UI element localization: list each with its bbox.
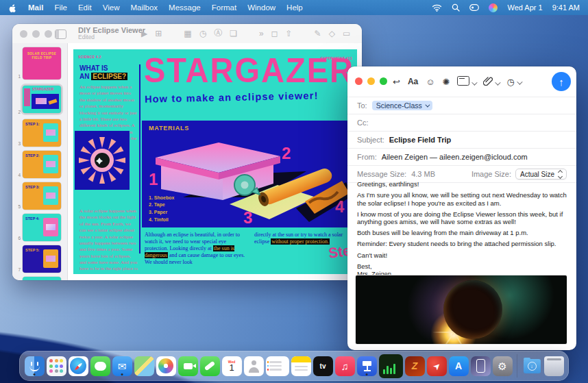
dock-iphone-mirroring-icon[interactable] xyxy=(471,356,491,376)
menu-item-view[interactable]: View xyxy=(103,3,120,12)
chevron-down-icon xyxy=(495,79,501,85)
dock-photos-icon[interactable] xyxy=(156,356,176,376)
to-field[interactable]: To: Science-Class xyxy=(347,97,576,114)
search-icon[interactable] xyxy=(452,3,460,12)
menu-item-edit[interactable]: Edit xyxy=(78,3,92,12)
menu-item-mailbox[interactable]: Mailbox xyxy=(130,3,158,12)
keynote-title-bar[interactable]: DIY Eclipse Viewer Edited ▶ ⊞ ▦ ◷ Ⓐ ❏ » … xyxy=(12,24,362,44)
shape-icon[interactable]: ❏ xyxy=(230,29,237,38)
dock-facetime-icon[interactable] xyxy=(178,356,198,376)
dock-finder-icon[interactable] xyxy=(25,356,45,376)
message-body[interactable]: Greetings, earthlings! As I'm sure you a… xyxy=(357,180,567,281)
menu-item-mail[interactable]: Mail xyxy=(28,3,43,12)
mail-compose-window[interactable]: ↩ Aa ☺ ✺ ◷ ↑ To: Science-Class Cc: Sub xyxy=(347,66,576,350)
eclipse-photo-attachment[interactable] xyxy=(356,275,567,344)
message-size-label: Message Size: xyxy=(357,170,406,178)
keynote-window[interactable]: DIY Eclipse Viewer Edited ▶ ⊞ ▦ ◷ Ⓐ ❏ » … xyxy=(12,24,362,280)
comment-icon[interactable]: ◻ xyxy=(271,29,278,38)
message-size-value: 4.3 MB xyxy=(411,170,435,178)
body-paragraph: As I'm sure you all know, we will be set… xyxy=(357,191,567,207)
minimize-button[interactable] xyxy=(367,77,375,85)
to-recipient-token[interactable]: Science-Class xyxy=(372,101,432,110)
slide-thumbnail-2-selected[interactable]: STARGAZER xyxy=(23,86,61,113)
dock-notes-icon[interactable] xyxy=(291,356,311,376)
slide-thumbnail-1[interactable]: SOLAR ECLIPSE FIELD TRIP xyxy=(23,47,61,79)
table-icon[interactable]: ▦ xyxy=(184,29,191,38)
menu-item-help[interactable]: Help xyxy=(286,3,303,12)
menu-item-file[interactable]: File xyxy=(54,3,67,12)
slide-thumbnail-6[interactable]: STEP 4: xyxy=(23,214,61,241)
dock-messages-icon[interactable] xyxy=(90,356,110,376)
zoom-button[interactable] xyxy=(45,30,52,38)
send-later-button[interactable]: ◷ xyxy=(506,77,520,87)
slide-thumbnail-8[interactable]: DID YOU KNOW xyxy=(23,277,61,280)
sun-illustration xyxy=(75,131,130,190)
close-button[interactable] xyxy=(355,77,363,85)
dock-reminders-icon[interactable] xyxy=(266,356,289,376)
dock-trash-icon[interactable] xyxy=(544,356,564,376)
subject-value[interactable]: Eclipse Field Trip xyxy=(389,136,451,144)
minimize-button[interactable] xyxy=(32,30,40,38)
desktop: Mail File Edit View Mailbox Message Form… xyxy=(0,0,588,383)
svg-text:4: 4 xyxy=(335,197,345,216)
menu-item-window[interactable]: Window xyxy=(247,3,275,12)
wifi-icon[interactable] xyxy=(432,4,442,12)
cc-field[interactable]: Cc: xyxy=(347,114,576,131)
from-field[interactable]: From: Aileen Zeigen — aileen.zeigen@iclo… xyxy=(347,148,576,165)
send-button[interactable]: ↑ xyxy=(552,72,571,91)
dock-music-icon[interactable]: ♫ xyxy=(335,356,355,376)
dock-downloads-icon[interactable]: ↓ xyxy=(522,356,542,376)
dock-tv-icon[interactable]: tv xyxy=(313,356,333,376)
share-icon[interactable]: ⇧ xyxy=(286,29,293,38)
slide-thumbnail-4[interactable]: STEP 2: xyxy=(23,151,61,178)
play-icon[interactable]: ▶ xyxy=(141,29,147,38)
from-value[interactable]: Aileen Zeigen — aileen.zeigen@icloud.com xyxy=(382,153,528,161)
dock-launchpad-icon[interactable] xyxy=(47,356,66,376)
header-fields-button[interactable] xyxy=(457,76,476,88)
textbox-icon[interactable]: Ⓐ xyxy=(214,27,222,39)
dock-phone-icon[interactable] xyxy=(200,356,220,376)
window-edited-status: Edited xyxy=(78,34,145,40)
dock-safari-icon[interactable] xyxy=(69,356,88,376)
slide-thumbnail-3[interactable]: STEP 1: xyxy=(23,119,61,147)
dock-stocks-icon[interactable] xyxy=(379,354,403,378)
animate-icon[interactable]: ◇ xyxy=(329,29,335,38)
writing-tools-icon[interactable]: ✺ xyxy=(443,77,450,87)
dock-keynote-icon[interactable] xyxy=(357,356,377,376)
siri-icon[interactable] xyxy=(489,3,498,12)
document-icon[interactable]: ▭ xyxy=(343,29,350,38)
menu-item-format[interactable]: Format xyxy=(212,3,236,12)
slide-canvas[interactable]: SCIENCE 4.2 EXPERIMENT #11 WHAT IS AN EC… xyxy=(73,49,357,274)
dock-contacts-icon[interactable] xyxy=(244,356,264,376)
insert-icon[interactable]: ⊞ xyxy=(155,29,162,38)
format-icon[interactable]: Aa xyxy=(408,77,418,86)
menu-bar-date[interactable]: Wed Apr 1 xyxy=(507,3,542,12)
subject-field[interactable]: Subject: Eclipse Field Trip xyxy=(347,131,576,148)
mail-title-bar[interactable]: ↩ Aa ☺ ✺ ◷ ↑ xyxy=(347,66,576,97)
more-icon[interactable]: » xyxy=(259,29,264,38)
dock-app-store-icon[interactable]: A xyxy=(449,356,469,376)
control-center-icon[interactable] xyxy=(469,4,479,11)
slide-navigator: 1 SOLAR ECLIPSE FIELD TRIP 2 STARGAZER 3… xyxy=(12,43,68,280)
slide-thumbnail-7[interactable]: STEP 5: xyxy=(23,245,61,273)
dock-mail-icon[interactable]: ✉ xyxy=(112,356,132,376)
dock-calendar-icon[interactable]: Wed1 xyxy=(222,356,242,376)
format-icon[interactable]: ✎ xyxy=(315,29,321,38)
sidebar-toggle-icon[interactable] xyxy=(55,29,66,39)
dock-rocket-app-icon[interactable]: ➤ xyxy=(427,356,447,376)
dock-system-settings-icon[interactable]: ⚙ xyxy=(493,356,513,376)
slide-thumbnail-5[interactable]: STEP 3: xyxy=(23,182,61,210)
emoji-icon[interactable]: ☺ xyxy=(426,77,434,87)
image-size-select[interactable]: Actual Size xyxy=(515,169,567,180)
chart-icon[interactable]: ◷ xyxy=(199,29,206,38)
close-button[interactable] xyxy=(20,30,27,38)
apple-menu-icon[interactable] xyxy=(8,3,17,12)
dock-z-app-icon[interactable]: Z xyxy=(405,356,425,376)
attach-button[interactable] xyxy=(483,76,499,88)
zoom-button[interactable] xyxy=(380,77,387,85)
menu-item-message[interactable]: Message xyxy=(169,3,201,12)
body-paragraph: Can't wait! xyxy=(357,251,567,260)
undo-icon[interactable]: ↩ xyxy=(393,77,400,87)
dock-maps-icon[interactable] xyxy=(134,356,154,376)
slide-heading: WHAT IS AN ECLIPSE? xyxy=(79,64,137,80)
